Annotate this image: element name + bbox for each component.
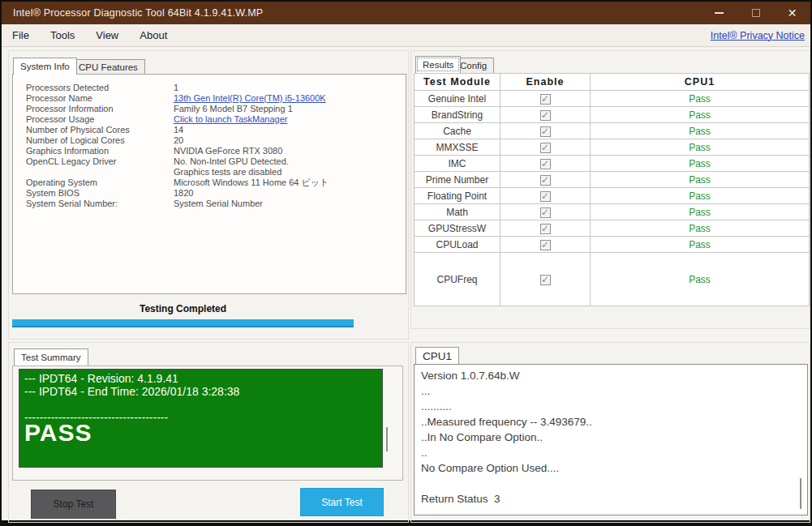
enable-cell: ✓ (501, 156, 591, 172)
system-info-row: Number of Physical Cores14 (13, 125, 406, 135)
window-controls: ✕ (701, 2, 810, 24)
test-summary-output[interactable]: --- IPDT64 - Revision: 4.1.9.41--- IPDT6… (19, 369, 383, 468)
summary-line: --- IPDT64 - Revision: 4.1.9.41 (24, 372, 377, 385)
start-test-button[interactable]: Start Test (300, 488, 384, 516)
result-cell: Pass (591, 253, 810, 306)
result-cell: Pass (591, 188, 810, 204)
enable-cell: ✓ (501, 139, 591, 156)
test-progress-bar (12, 319, 354, 327)
system-info-value: NVIDIA GeForce RTX 3080 (174, 146, 282, 156)
enable-cell: ✓ (501, 107, 591, 123)
enable-checkbox[interactable]: ✓ (540, 159, 551, 169)
result-cell: Pass (591, 139, 810, 156)
enable-cell: ✓ (501, 253, 591, 306)
enable-checkbox[interactable]: ✓ (540, 175, 551, 186)
result-cell: Pass (591, 107, 810, 123)
log-line: Return Status 3 (421, 491, 801, 507)
menu-item-view[interactable]: View (85, 29, 129, 41)
system-info-row: Operating SystemMicrosoft Windows 11 Hom… (13, 177, 406, 188)
system-info-row: Graphics tests are disabled (13, 167, 406, 177)
enable-cell: ✓ (501, 220, 591, 237)
menu-item-file[interactable]: File (2, 29, 40, 41)
system-info-link[interactable]: 13th Gen Intel(R) Core(TM) i5-13600K (174, 93, 326, 104)
table-row: IMC✓Pass (415, 156, 810, 172)
maximize-button[interactable] (737, 2, 774, 24)
system-info-value: 1820 (174, 188, 193, 199)
table-row: Cache✓Pass (415, 123, 810, 139)
log-line: ..In No Compare Option.. (421, 430, 801, 445)
system-info-row: Processor Name13th Gen Intel(R) Core(TM)… (13, 93, 406, 104)
results-header-row: Test Module Enable CPU1 (415, 74, 810, 91)
test-module-cell: CPUFreq (415, 253, 501, 306)
system-info-label: Processors Detected (26, 83, 174, 93)
log-line: ..Measured frequency -- 3.493679.. (421, 414, 801, 430)
system-info-section: System Info CPU Features Processors Dete… (8, 50, 409, 340)
system-info-row: System Serial Number:System Serial Numbe… (13, 199, 406, 209)
test-summary-panel: --- IPDT64 - Revision: 4.1.9.41--- IPDT6… (12, 366, 403, 481)
system-info-label (26, 167, 174, 177)
enable-cell: ✓ (501, 188, 591, 204)
system-info-label: Number of Logical Cores (26, 135, 174, 146)
maximize-icon (752, 9, 760, 17)
log-scrollbar-thumb[interactable] (800, 478, 801, 509)
log-line: .......... (421, 399, 801, 414)
tab-results[interactable]: Results (415, 56, 461, 73)
menu-item-about[interactable]: About (129, 29, 178, 41)
table-row: CPUFreq✓Pass (415, 253, 810, 306)
enable-checkbox[interactable]: ✓ (540, 126, 551, 137)
results-table: Test Module Enable CPU1 Genuine Intel✓Pa… (414, 73, 810, 306)
enable-checkbox[interactable]: ✓ (540, 207, 551, 218)
tab-system-info[interactable]: System Info (13, 58, 77, 75)
test-summary-section: Test Summary --- IPDT64 - Revision: 4.1.… (8, 342, 409, 523)
enable-checkbox[interactable]: ✓ (540, 240, 551, 250)
table-row: GPUStressW✓Pass (415, 220, 810, 237)
system-info-link[interactable]: Click to launch TaskManager (174, 114, 287, 125)
tab-cpu-features[interactable]: CPU Features (71, 59, 145, 75)
tab-cpu1[interactable]: CPU1 (415, 347, 459, 364)
enable-checkbox[interactable]: ✓ (540, 224, 551, 234)
tab-test-summary[interactable]: Test Summary (14, 349, 88, 366)
system-info-label: Processor Information (26, 104, 174, 114)
header-test-module: Test Module (415, 74, 501, 91)
table-row: Prime Number✓Pass (415, 172, 810, 188)
cpu1-log-output[interactable]: Version 1.0.7.64b.W...............Measur… (414, 364, 808, 515)
system-info-label: Operating System (26, 177, 174, 188)
system-info-label: Graphics Information (26, 146, 174, 156)
test-module-cell: CPULoad (415, 237, 501, 253)
enable-checkbox[interactable]: ✓ (540, 94, 551, 105)
system-info-rows: Processors Detected1Processor Name13th G… (13, 83, 406, 209)
test-module-cell: Genuine Intel (415, 91, 501, 107)
close-button[interactable]: ✕ (774, 2, 810, 24)
summary-line (24, 398, 377, 411)
enable-cell: ✓ (501, 123, 591, 139)
system-info-value: Family 6 Model B7 Stepping 1 (174, 104, 293, 114)
result-cell: Pass (591, 204, 810, 220)
system-info-row: System BIOS1820 (13, 188, 406, 199)
table-row: Floating Point✓Pass (415, 188, 810, 204)
system-info-row: Processors Detected1 (13, 83, 406, 93)
table-row: Math✓Pass (415, 204, 810, 220)
summary-line: --- IPDT64 - End Time: 2026/01/18 3:28:3… (24, 385, 377, 398)
header-cpu1: CPU1 (591, 74, 810, 91)
enable-cell: ✓ (501, 91, 591, 107)
enable-checkbox[interactable]: ✓ (540, 143, 551, 153)
system-info-row: Graphics InformationNVIDIA GeForce RTX 3… (13, 146, 406, 156)
menu-item-tools[interactable]: Tools (40, 29, 85, 41)
enable-checkbox[interactable]: ✓ (540, 275, 551, 285)
summary-scrollbar-thumb[interactable] (386, 427, 388, 451)
result-cell: Pass (591, 237, 810, 253)
minimize-icon (715, 12, 724, 14)
enable-checkbox[interactable]: ✓ (540, 110, 551, 121)
privacy-notice-link[interactable]: Intel® Privacy Notice (711, 30, 805, 41)
stop-test-button[interactable]: Stop Test (31, 490, 116, 519)
table-row: Genuine Intel✓Pass (415, 91, 810, 107)
system-info-value: System Serial Number (174, 199, 263, 209)
enable-checkbox[interactable]: ✓ (540, 191, 551, 202)
system-info-row: Processor InformationFamily 6 Model B7 S… (13, 104, 406, 114)
system-info-label: Processor Name (26, 93, 174, 104)
test-module-cell: IMC (415, 156, 501, 172)
minimize-button[interactable] (701, 2, 737, 24)
app-window: Intel® Processor Diagnostic Tool 64Bit 4… (0, 0, 812, 526)
system-info-value: 1 (174, 83, 178, 93)
enable-cell: ✓ (501, 237, 591, 253)
